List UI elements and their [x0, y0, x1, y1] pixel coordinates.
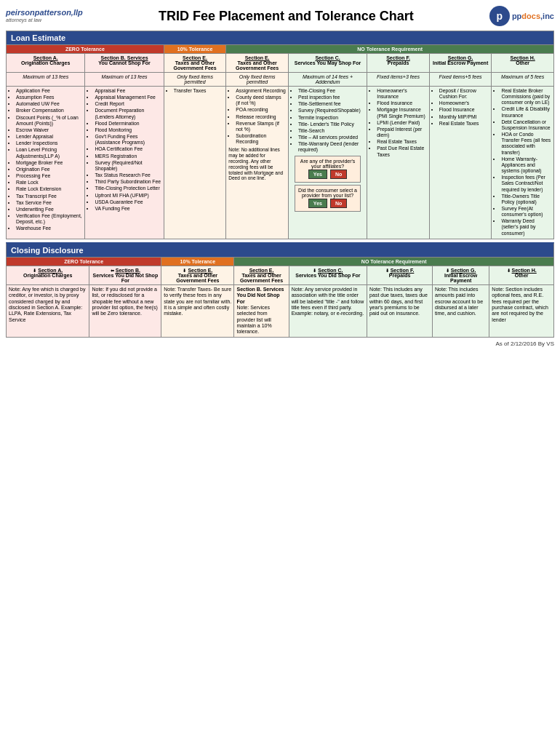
provider-question: Did the consumer select a provider from … — [298, 188, 357, 198]
list-item: Title- Lender's Title Policy — [298, 121, 364, 127]
list-item: Flood Insurance — [439, 107, 489, 113]
col-h-header: Section H. Other — [492, 54, 554, 73]
list-item: Origination Fee — [16, 167, 82, 172]
col-header-row: Section A. Origination Charges Section B… — [7, 54, 554, 73]
list-item: Warranty Deed (seller's paid by consumer… — [501, 218, 551, 236]
list-item: Assignment Recording — [236, 88, 286, 94]
col-c-content: Title-Closing FeePest inspection feeTitl… — [288, 87, 367, 239]
list-item: Title-Warranty Deed (lender required) — [298, 141, 364, 153]
max-a: Maximum of 13 fees — [7, 73, 85, 87]
cd-col-e2-header: Section E. Taxes and Other Government Fe… — [234, 266, 289, 284]
list-item: MERS Registration — [95, 154, 161, 159]
list-item: Title-Closing Fee — [298, 88, 364, 94]
list-item: County deed stamps (if not %) — [236, 95, 286, 106]
list-item: Survey Fee(At consumer's option) — [501, 206, 551, 218]
list-item: Homeowner's Insurance — [377, 88, 427, 100]
list-item: Lender Inspections — [16, 140, 82, 146]
col-h-content: Real Estate Broker Commissions (paid by … — [492, 87, 554, 239]
cd-tolerance-header-row: ZERO Tolerance 10% Tolerance NO Toleranc… — [7, 257, 554, 266]
footer: As of 2/12/2016 By VS — [6, 340, 554, 347]
list-e2: Assignment RecordingCounty deed stamps (… — [228, 88, 286, 145]
cd-col-a-header: ⬇ Section A. Origination Charges — [7, 266, 89, 284]
ten-tolerance-header: 10% Tolerance — [164, 45, 226, 54]
content-row: Application FeeAssumption FeesAutomated … — [7, 87, 554, 239]
page-header: peirsonpatterson,llp attorneys at law TR… — [6, 6, 554, 26]
yes-button-2[interactable]: Yes — [308, 199, 327, 208]
max-fees-row: Maximum of 13 fees Maximum of 13 fees On… — [7, 73, 554, 87]
list-item: Revenue Stamps (if not %) — [236, 121, 286, 132]
list-item: Title-Search — [298, 128, 364, 134]
col-e2-header: Section E. Taxes and Other Government Fe… — [226, 54, 289, 73]
list-item: Credit Report — [95, 101, 161, 107]
list-item: Verification Fee (Employment, Deposit, e… — [16, 213, 82, 225]
provider-box: Did the consumer select a provider from … — [295, 185, 361, 212]
list-item: Third Party Subordination Fee — [95, 179, 161, 185]
col-f-content: Homeowner's InsuranceFlood InsuranceMort… — [367, 87, 430, 239]
list-item: Termite Inspection — [298, 115, 364, 121]
list-item: Real Estate Broker Commissions (paid by … — [501, 88, 551, 105]
col-b-content: Appraisal FeeAppraisal Management FeeCre… — [85, 87, 164, 239]
col-f-header: Section F. Prepaids — [367, 54, 430, 73]
no-button[interactable]: No — [330, 170, 347, 179]
col-g-header: Section G. Initial Escrow Payment — [429, 54, 492, 73]
list-item: HOA Certification Fee — [95, 146, 161, 152]
cd-notes-row: Note: Any fee which is charged by credit… — [7, 284, 554, 337]
cd-note-f: Note: This includes any past due taxes, … — [367, 284, 433, 337]
list-item: Title – All services provided — [298, 135, 364, 140]
list-item: Real Estate Taxes — [377, 139, 427, 145]
list-item: Document Preparation (Lenders Attorney) — [95, 108, 161, 119]
cd-note-e: Note: Transfer Taxes- Be sure to verify … — [161, 284, 234, 337]
max-c: Maximum of 14 fees + Addendum — [288, 73, 367, 87]
cd-col-g-header: ⬇ Section G. Initial Escrow Payment — [432, 266, 489, 284]
list-f: Homeowner's InsuranceFlood InsuranceMort… — [369, 88, 427, 158]
logo-left-sub: attorneys at law — [6, 17, 83, 23]
list-item: Flood Insurance — [377, 100, 427, 106]
cd-col-c-header: ⬇ Section C. Services You Did Shop For — [289, 266, 367, 284]
main-chart-table: ZERO Tolerance 10% Tolerance NO Toleranc… — [6, 44, 554, 239]
cd-note-b: Note: If you did not provide a list, or … — [89, 284, 161, 337]
col-b-header: Section B. Services You Cannot Shop For — [85, 54, 164, 73]
max-e1: Only fixed items permitted — [164, 73, 226, 87]
cd-ten-tolerance-header: 10% Tolerance — [161, 257, 234, 266]
list-item: Rate Lock Extension — [16, 186, 82, 192]
cd-note-h: Note: Section includes optional fees, an… — [489, 284, 554, 337]
col-e2-content: Assignment RecordingCounty deed stamps (… — [226, 87, 289, 239]
list-item: Transfer Taxes — [174, 88, 224, 94]
list-item: Title-Owners Title Policy (optional) — [501, 194, 551, 205]
logo-right: ppdocs,inc — [512, 12, 554, 20]
list-item: Real Estate Taxes — [439, 121, 489, 127]
list-item: Tax Status Research Fee — [95, 172, 161, 178]
no-button-2[interactable]: No — [330, 199, 347, 208]
note-e2: Note: No additional lines may be added f… — [228, 147, 286, 181]
cd-col-f-header: ⬇ Section F. Prepaids — [367, 266, 433, 284]
col-a-content: Application FeeAssumption FeesAutomated … — [7, 87, 85, 239]
list-item: Tax Service Fee — [16, 200, 82, 206]
list-item: Underwriting Fee — [16, 207, 82, 212]
list-item: Survey (Required/Shopable) — [298, 108, 364, 113]
yes-button[interactable]: Yes — [308, 170, 327, 179]
list-e1: Transfer Taxes — [167, 88, 224, 94]
list-item: Escrow Waiver — [16, 127, 82, 133]
max-h: Maximum of 5 fees — [492, 73, 554, 87]
cd-col-header-row: ⬇ Section A. Origination Charges ⬅ Secti… — [7, 266, 554, 284]
list-g: Deposit / Escrow Cushion For:Homeowner's… — [432, 88, 489, 127]
list-item: Past Due Real Estate Taxes — [377, 146, 427, 157]
list-item: Survey (Required/Not Shopable) — [95, 160, 161, 172]
list-item: VA Funding Fee — [95, 206, 161, 212]
tolerance-header-row: ZERO Tolerance 10% Tolerance NO Toleranc… — [7, 45, 554, 54]
list-item: Mortgage Insurance (PMI Single Premium) — [377, 107, 427, 119]
affiliate-question: Are any of the provider's your affiliate… — [300, 159, 356, 169]
cd-col-h-header: ⬇ Section H. Other — [489, 266, 554, 284]
list-item: Mortgage Broker Fee — [16, 160, 82, 166]
logo-right-icon: p — [489, 6, 510, 26]
max-g: Fixed items+5 fees — [429, 73, 492, 87]
list-item: Rate Lock — [16, 180, 82, 186]
list-item: Tax Transcript Fee — [16, 194, 82, 199]
list-item: Appraisal Management Fee — [95, 95, 161, 100]
max-b: Maximum of 13 fees — [85, 73, 164, 87]
list-item: Flood Monitoring — [95, 127, 161, 133]
col-e1-header: Section E. Taxes and Other Government Fe… — [164, 54, 226, 73]
closing-disclosure-table: ZERO Tolerance 10% Tolerance NO Toleranc… — [6, 257, 554, 338]
list-item: Title-Closing Protection Letter — [95, 186, 161, 191]
col-e1-content: Transfer Taxes — [164, 87, 226, 239]
